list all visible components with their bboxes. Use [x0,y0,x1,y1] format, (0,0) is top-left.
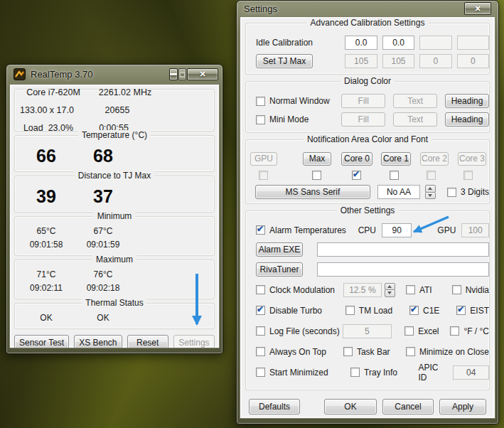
cancel-button[interactable]: Cancel [382,399,434,414]
minimize-on-close-checkbox[interactable] [406,347,415,356]
minimize-button[interactable] [169,68,178,80]
gpu-source-button: GPU [250,152,277,166]
spinner-down-icon[interactable] [425,192,436,200]
settings-client-area: Advanced Calibration Settings Idle Calib… [240,16,495,419]
c1e-checkbox[interactable] [409,306,419,315]
cpu-alarm-label: CPU [358,225,376,235]
benchmark-score: 20655 [79,102,156,119]
tray-info-checkbox[interactable] [350,368,360,377]
temperature-panel: Temperature (°C) 66 68 [14,135,215,172]
dialog-color-label: Dialog Color [341,76,395,86]
clock-modulation-field: 12.5 % [343,283,382,297]
core0-notify-checkbox[interactable] [352,171,361,180]
spinner-up-icon[interactable] [425,185,436,193]
minimize-icon [170,73,177,75]
normal-window-label: Normal Window [269,96,330,106]
temperature-label: Temperature (°C) [78,130,151,140]
task-bar-checkbox[interactable] [343,347,353,356]
idle-calibration-field-1[interactable]: 0.0 [382,36,414,50]
nvidia-label: Nvidia [466,285,489,295]
normal-heading-button[interactable]: Heading [445,94,489,108]
mini-heading-button[interactable]: Heading [445,112,489,127]
rivatuner-path-field[interactable] [317,262,489,277]
3-digits-checkbox[interactable] [447,188,456,197]
max-source-button[interactable]: Max [303,152,331,166]
clock-modulation-checkbox[interactable] [256,285,265,294]
core2-source-button: Core 2 [420,152,449,166]
excel-checkbox[interactable] [404,326,414,336]
cpu-alarm-field[interactable]: 90 [382,223,412,237]
thermal-status-core1: OK [75,312,132,323]
advanced-calibration-group: Advanced Calibration Settings Idle Calib… [245,23,490,75]
alarm-temperatures-label: Alarm Temperatures [269,225,346,235]
xs-bench-button[interactable]: XS Bench [74,335,122,348]
tjmax-field-3: 0 [457,54,489,68]
core1-source-button[interactable]: Core 1 [381,152,411,166]
settings-window: Settings ✕ Advanced Calibration Settings… [236,0,499,424]
tray-info-label: Tray Info [364,368,397,378]
eist-label: EIST [470,306,489,316]
nvidia-checkbox[interactable] [452,285,461,294]
settings-close-button[interactable]: ✕ [464,2,491,15]
rivatuner-button[interactable]: RivaTuner [256,262,303,277]
3-digits-label: 3 Digits [461,187,489,197]
maximize-button[interactable] [178,68,186,80]
alarm-exe-path-field[interactable] [317,242,489,257]
maximize-icon [179,72,186,77]
other-settings-group: Other Settings Alarm Temperatures CPU 90… [245,210,490,390]
fahrenheit-celsius-checkbox[interactable] [450,326,459,336]
disable-turbo-label: Disable Turbo [269,306,322,316]
spinner-down-icon[interactable] [385,289,395,297]
alarm-exe-button[interactable]: Alarm EXE [256,242,303,257]
apply-button[interactable]: Apply [439,399,486,414]
thermal-status-panel: Thermal Status OK OK [14,303,215,329]
maximum-core0-temp: 71°C [18,268,75,282]
set-tjmax-button[interactable]: Set TJ Max [256,54,313,68]
defaults-button[interactable]: Defaults [249,399,300,414]
disable-turbo-checkbox[interactable] [256,306,265,315]
clock-modulation-spinner[interactable] [385,283,395,297]
reset-button[interactable]: Reset [127,335,168,348]
ati-checkbox[interactable] [406,285,415,294]
cpu-load: Load 23.0% [15,119,82,137]
maximum-core1-time: 09:02:18 [75,282,132,295]
settings-button[interactable]: Settings [173,335,215,348]
sensor-test-button[interactable]: Sensor Test [14,335,69,348]
realtemp-client-area: Core i7-620M 2261.02 MHz 133.00 x 17.0 2… [9,84,220,348]
idle-calibration-label: Idle Calibration [256,38,340,48]
idle-calibration-field-0[interactable]: 0.0 [345,36,377,50]
ok-button[interactable]: OK [324,399,377,414]
gpu-alarm-label: GPU [437,225,456,235]
eist-checkbox[interactable] [456,306,466,315]
core1-distance: 37 [75,186,132,207]
antialias-field[interactable]: No AA [377,185,420,199]
cpu-frequency: 2261.02 MHz [92,84,159,102]
idle-calibration-field-2 [419,36,451,50]
start-minimized-checkbox[interactable] [256,368,265,377]
dialog-color-group: Dialog Color Normal Window Fill Text Hea… [245,81,490,133]
settings-titlebar[interactable]: Settings ✕ [240,1,495,16]
core0-distance: 39 [18,186,75,207]
mini-mode-checkbox[interactable] [256,115,265,124]
tm-load-checkbox[interactable] [345,306,355,315]
normal-window-checkbox[interactable] [256,97,265,106]
always-on-top-checkbox[interactable] [256,347,265,356]
always-on-top-label: Always On Top [269,347,326,357]
thermal-status-label: Thermal Status [82,298,146,308]
normal-text-button: Text [393,94,437,108]
notification-area-label: Notification Area Color and Font [304,134,431,144]
realtemp-titlebar[interactable]: RealTemp 3.70 ✕ [9,65,220,84]
core1-notify-checkbox[interactable] [390,171,399,180]
close-button[interactable]: ✕ [187,68,218,80]
clock-modulation-label: Clock Modulation [269,285,335,295]
font-select-button[interactable]: MS Sans Serif [255,185,370,199]
core0-source-button[interactable]: Core 0 [341,152,372,166]
log-interval-field: 5 [343,324,392,338]
antialias-spinner[interactable] [425,185,436,199]
mini-fill-button: Fill [341,112,385,127]
log-file-checkbox[interactable] [256,326,265,336]
maximum-panel: Maximum 71°C 76°C 09:02:11 09:02:18 [14,260,215,299]
close-icon: ✕ [199,70,205,79]
alarm-temperatures-checkbox[interactable] [256,225,265,235]
max-notify-checkbox[interactable] [312,171,321,180]
